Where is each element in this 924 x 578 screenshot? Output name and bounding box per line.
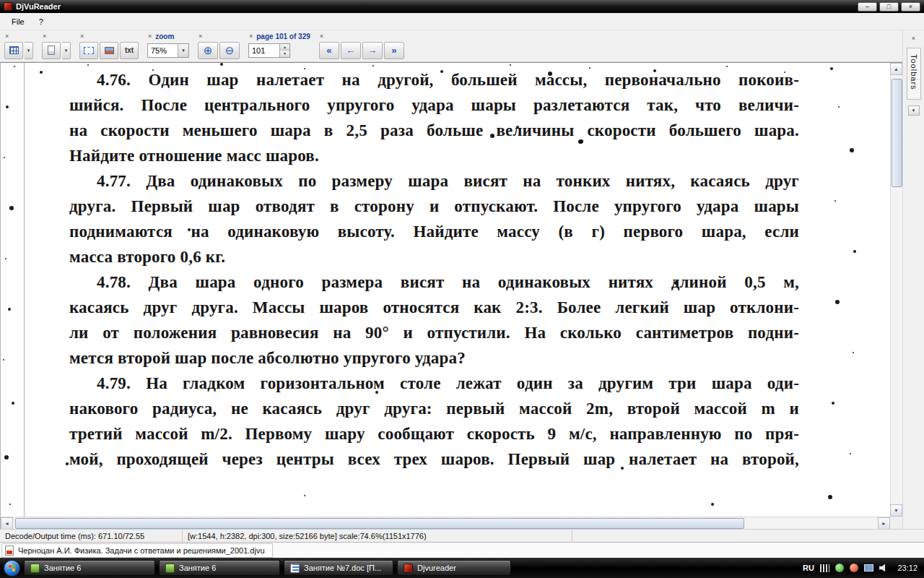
selection-rect-icon	[84, 47, 94, 54]
system-tray: RU 23:12	[803, 564, 920, 572]
volume-icon[interactable]	[879, 564, 889, 572]
document-viewport: 4.76. Один шар налетает на другой, больш…	[0, 62, 902, 529]
app-icon	[4, 2, 12, 11]
title-bar: DjVuReader – □ ×	[0, 0, 924, 13]
scroll-right-icon[interactable]: ►	[878, 517, 890, 529]
page-number-spinner: ▴ ▾	[248, 43, 290, 58]
text-line: третий массой m/2. Первому шару сообщают…	[69, 421, 799, 447]
word-document-icon	[290, 564, 300, 573]
scroll-down-icon[interactable]: ▼	[890, 504, 902, 517]
toolbars-dock: × Toolbars ▾	[902, 30, 924, 529]
maximize-button[interactable]: □	[879, 2, 899, 12]
minimize-button[interactable]: –	[858, 2, 877, 12]
text-line: 4.78. Два шара одного размера висят на о…	[69, 269, 799, 295]
dock-label-box: Toolbars	[907, 48, 921, 100]
horizontal-scroll-thumb[interactable]	[15, 518, 744, 529]
image-icon	[105, 47, 114, 54]
status-filler	[572, 530, 924, 542]
status-bar: Decode/Output time (ms): 671.10/72.55 [w…	[0, 529, 924, 542]
group-close-icon[interactable]: ×	[79, 33, 84, 40]
page-info-status: [w:1544, h:2382, dpi:300, size:52166 byt…	[183, 530, 572, 542]
layout-mode-button[interactable]	[4, 42, 23, 59]
network-monitor-icon[interactable]	[864, 564, 873, 571]
group-close-icon[interactable]: ×	[319, 33, 324, 40]
page-mode-dropdown[interactable]: ▾	[62, 42, 71, 59]
spin-down-icon[interactable]: ▾	[280, 50, 289, 57]
chevron-down-icon[interactable]: ▾	[178, 44, 188, 57]
toolbar-group-zoom: × zoom 75% ▾	[147, 32, 189, 60]
vertical-scrollbar[interactable]: ▲ ▼	[890, 63, 902, 517]
spinner-buttons: ▴ ▾	[279, 44, 289, 57]
language-indicator[interactable]: RU	[803, 564, 814, 572]
zoom-in-button[interactable]: ⊕	[198, 42, 218, 59]
group-close-icon[interactable]: ×	[147, 33, 152, 40]
taskbar-item-djvureader[interactable]: Djvureader	[397, 560, 511, 576]
scroll-up-icon[interactable]: ▲	[890, 63, 902, 75]
page-area: 4.76. Один шар налетает на другой, больш…	[1, 63, 890, 517]
select-image-button[interactable]	[100, 42, 118, 59]
zoom-out-button[interactable]: ⊖	[219, 42, 240, 59]
next-page-button[interactable]: →	[362, 42, 383, 59]
menu-help[interactable]: ?	[32, 14, 51, 29]
group-close-icon[interactable]: ×	[4, 33, 9, 40]
open-file-tab[interactable]: Черноцан А.И. Физика. Задачи с ответами …	[1, 543, 273, 558]
decode-time-status: Decode/Output time (ms): 671.10/72.55	[0, 530, 183, 542]
scroll-left-icon[interactable]: ◄	[1, 517, 13, 529]
windows-logo-icon	[9, 565, 15, 571]
scanned-page: 4.76. Один шар налетает на другой, больш…	[24, 63, 890, 517]
text-line: ли от положения равновесия на 90° и отпу…	[69, 320, 799, 345]
menu-file[interactable]: File	[4, 14, 32, 29]
horizontal-scrollbar[interactable]: ◄ ►	[1, 517, 890, 529]
taskbar-item-zanyatie7-doc[interactable]: Занятие №7.doc [П...	[284, 560, 393, 576]
select-text-button[interactable]: txt	[120, 42, 139, 59]
previous-page-button[interactable]: ←	[341, 42, 361, 59]
first-page-button[interactable]: «	[319, 42, 339, 59]
text-line: накового радиуса, не касаясь друг друга:…	[69, 396, 799, 421]
djvureader-icon	[404, 564, 413, 573]
open-file-name: Черноцан А.И. Физика. Задачи с ответами …	[18, 546, 265, 555]
last-page-button[interactable]: »	[384, 42, 404, 59]
text-line: на скорости меньшего шара в 2,5 раза бол…	[69, 118, 799, 143]
text-line: друга. Первый шар отводят в сторону и от…	[69, 194, 799, 219]
vertical-scroll-thumb[interactable]	[892, 79, 902, 187]
text-line: 4.76. Один шар налетает на другой, больш…	[69, 67, 799, 92]
group-close-icon[interactable]: ×	[42, 33, 47, 40]
zoom-value: 75%	[148, 46, 178, 55]
text-line: мой, проходящей через центры всех трех ш…	[69, 447, 799, 472]
toolbar: × ▾ × ▾ ×	[0, 30, 902, 62]
group-close-icon[interactable]: ×	[198, 33, 203, 40]
document-icon	[30, 564, 40, 573]
text-line: 4.77. Два одинаковых по размеру шара вис…	[69, 168, 799, 194]
text-line: поднимаются на одинаковую высоту. Найдит…	[69, 219, 799, 244]
taskbar-item-zanyatie6-1[interactable]: Занятие 6	[24, 560, 155, 576]
djvu-file-icon	[5, 545, 14, 556]
toolbar-group-layout: × ▾	[4, 32, 33, 60]
tray-red-status-icon[interactable]	[850, 564, 858, 572]
page-icon	[48, 46, 55, 55]
start-button[interactable]	[4, 560, 20, 577]
text-line: касаясь друг друга. Массы шаров относятс…	[69, 295, 799, 320]
dock-close-icon[interactable]: ×	[912, 35, 915, 42]
layout-mode-dropdown[interactable]: ▾	[25, 42, 33, 59]
signal-bars-icon[interactable]	[820, 564, 829, 572]
toolbar-group-navigation: × « ← → »	[319, 32, 404, 60]
tray-green-status-icon[interactable]	[835, 564, 844, 572]
page-mode-button[interactable]	[42, 42, 61, 59]
page-count-label: page 101 of 329	[256, 33, 310, 40]
dock-more-button[interactable]: ▾	[908, 105, 920, 116]
toolbars-label: Toolbars	[910, 54, 918, 90]
text-line: шийся. После центрального упругого удара…	[69, 92, 799, 118]
group-close-icon[interactable]: ×	[248, 33, 253, 40]
text-line: масса второго 0,6 кг.	[69, 244, 799, 269]
scrollbar-corner	[890, 517, 902, 529]
scan-noise	[1, 63, 2, 64]
txt-icon: txt	[125, 46, 134, 54]
zoom-combobox[interactable]: 75% ▾	[147, 43, 189, 58]
page-number-input[interactable]	[249, 44, 279, 57]
taskbar-item-zanyatie6-2[interactable]: Занятие 6	[159, 560, 280, 576]
text-line: мется второй шар после абсолютно упругог…	[69, 345, 799, 371]
spin-up-icon[interactable]: ▴	[280, 44, 289, 51]
document-icon	[165, 564, 175, 573]
close-button[interactable]: ×	[901, 2, 920, 12]
select-region-button[interactable]	[79, 42, 98, 59]
